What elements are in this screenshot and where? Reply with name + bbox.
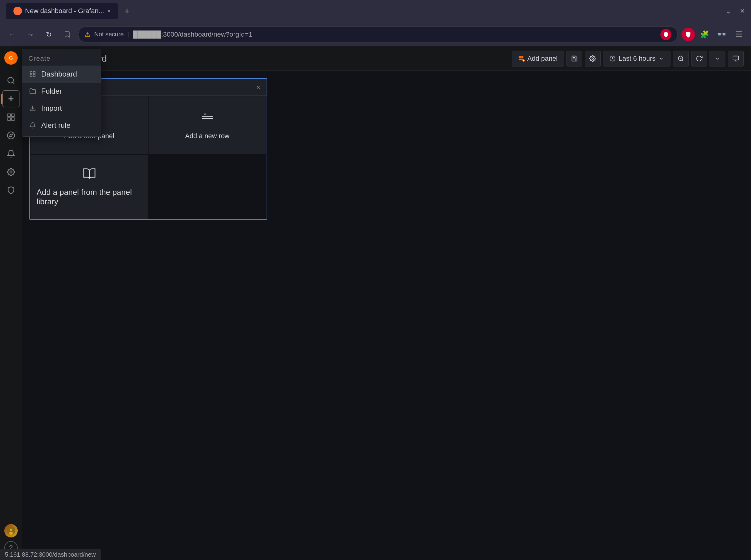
svg-rect-51 [33, 75, 35, 77]
svg-rect-8 [7, 118, 10, 120]
top-bar-actions: Add panel Last 6 hours [512, 51, 744, 66]
app-container: G [0, 46, 751, 560]
bookmark-button[interactable] [60, 27, 75, 42]
import-menu-icon [28, 105, 37, 112]
save-icon [571, 55, 578, 62]
alert-rule-menu-label: Alert rule [41, 121, 71, 129]
tab-title: New dashboard - Grafan... [25, 7, 104, 15]
window-close-button[interactable]: × [740, 6, 745, 16]
sidebar: G [0, 46, 22, 560]
main-content: New dashboard Add panel [22, 46, 751, 560]
status-bar: 5.161.88.72:3000/dashboard/new [0, 549, 101, 560]
refresh-chevron-icon [715, 56, 720, 61]
create-menu-alert-rule[interactable]: Alert rule [22, 117, 101, 134]
forward-button[interactable]: → [23, 27, 38, 42]
browser-toolbar-right: 🧩 👓 ☰ [681, 27, 746, 42]
create-menu-import[interactable]: Import [22, 100, 101, 117]
svg-rect-35 [733, 56, 738, 60]
svg-rect-6 [7, 114, 10, 117]
create-menu-header: Create [22, 52, 101, 65]
svg-line-33 [682, 60, 683, 61]
browser-toolbar: ← → ↻ ⚠ Not secure | ██████:3000/dashboa… [0, 22, 751, 46]
library-panel-label: Add a panel from the panel library [37, 187, 142, 206]
grafana-logo-icon: G [4, 51, 18, 65]
add-new-row-option[interactable]: Add a new row [149, 96, 266, 154]
sidebar-item-alerting[interactable] [2, 145, 20, 162]
svg-marker-11 [9, 134, 13, 137]
tab-close-button[interactable]: × [107, 7, 111, 15]
create-menu-folder[interactable]: Folder [22, 83, 101, 100]
add-panel-btn-icon [518, 55, 525, 62]
top-bar: New dashboard Add panel [22, 46, 751, 71]
library-panel-icon [83, 167, 96, 183]
reload-button[interactable]: ↻ [41, 27, 56, 42]
new-tab-button[interactable]: + [124, 5, 130, 17]
create-dropdown-menu: Create Dashboard Folder Import Alert rul… [22, 49, 101, 137]
svg-point-30 [592, 58, 594, 59]
user-avatar[interactable] [4, 523, 18, 538]
svg-rect-7 [12, 114, 14, 117]
add-panel-close-button[interactable]: × [256, 83, 260, 92]
refresh-button[interactable] [691, 51, 707, 66]
svg-rect-48 [30, 72, 32, 74]
refresh-icon [696, 55, 703, 62]
address-bar[interactable]: ⚠ Not secure | ██████:3000/dashboard/new… [78, 26, 678, 42]
svg-text:G: G [9, 55, 13, 61]
folder-menu-icon [28, 88, 37, 95]
user-avatar-icon [4, 524, 18, 537]
sidebar-item-search[interactable] [2, 72, 20, 89]
time-range-label: Last 6 hours [619, 55, 655, 62]
alert-rule-menu-icon [28, 122, 37, 129]
leo-icon[interactable]: 👓 [714, 27, 729, 42]
dashboard-menu-label: Dashboard [41, 70, 77, 78]
back-button[interactable]: ← [5, 27, 20, 42]
sidebar-item-create[interactable] [2, 90, 20, 107]
svg-point-12 [10, 171, 12, 173]
brave-shield-icon[interactable] [660, 29, 671, 40]
dashboard-menu-icon [28, 71, 37, 78]
browser-chrome: New dashboard - Grafan... × + ⌄ × ← → ↻ … [0, 0, 751, 46]
zoom-out-icon [677, 55, 684, 62]
sidebar-logo[interactable]: G [3, 50, 19, 66]
sidebar-item-dashboards[interactable] [2, 108, 20, 126]
time-range-picker[interactable]: Last 6 hours [603, 51, 670, 66]
browser-tab[interactable]: New dashboard - Grafan... × [6, 3, 118, 19]
sidebar-item-explore[interactable] [2, 127, 20, 144]
svg-point-14 [9, 528, 12, 531]
tab-favicon [14, 7, 22, 15]
tv-mode-icon [732, 55, 739, 62]
new-row-label: Add a new row [185, 132, 230, 140]
svg-line-3 [13, 82, 14, 84]
sidebar-item-configuration[interactable] [2, 163, 20, 181]
add-library-panel-option[interactable]: Add a panel from the panel library [31, 155, 148, 219]
svg-point-10 [7, 132, 14, 139]
time-range-chevron [658, 56, 664, 61]
svg-rect-23 [519, 56, 521, 58]
save-dashboard-button[interactable] [567, 51, 582, 66]
zoom-out-button[interactable] [673, 51, 689, 66]
not-secure-label: Not secure [94, 31, 124, 38]
status-url: 5.161.88.72:3000/dashboard/new [5, 551, 96, 558]
svg-point-15 [9, 532, 13, 535]
security-warning-icon: ⚠ [84, 31, 91, 38]
browser-titlebar: New dashboard - Grafan... × + ⌄ × [0, 0, 751, 22]
sidebar-item-shield[interactable] [2, 182, 20, 199]
dashboard-settings-button[interactable] [585, 51, 600, 66]
create-menu-dashboard[interactable]: Dashboard [22, 65, 101, 83]
extensions-icon[interactable]: 🧩 [697, 27, 712, 42]
menu-icon[interactable]: ☰ [731, 27, 746, 42]
add-panel-label: Add panel [528, 55, 558, 62]
tab-overflow[interactable]: ⌄ [725, 7, 731, 15]
new-row-icon [201, 111, 214, 127]
add-panel-button[interactable]: Add panel [512, 51, 564, 66]
tv-mode-button[interactable] [728, 51, 744, 66]
svg-rect-49 [33, 72, 35, 74]
svg-rect-50 [30, 75, 32, 77]
clock-icon [610, 56, 616, 62]
svg-point-2 [7, 78, 14, 83]
refresh-dropdown[interactable] [710, 51, 725, 66]
svg-rect-9 [12, 118, 14, 120]
address-separator: | [127, 31, 129, 38]
brave-rewards-icon[interactable] [681, 28, 695, 41]
import-menu-label: Import [41, 104, 62, 113]
